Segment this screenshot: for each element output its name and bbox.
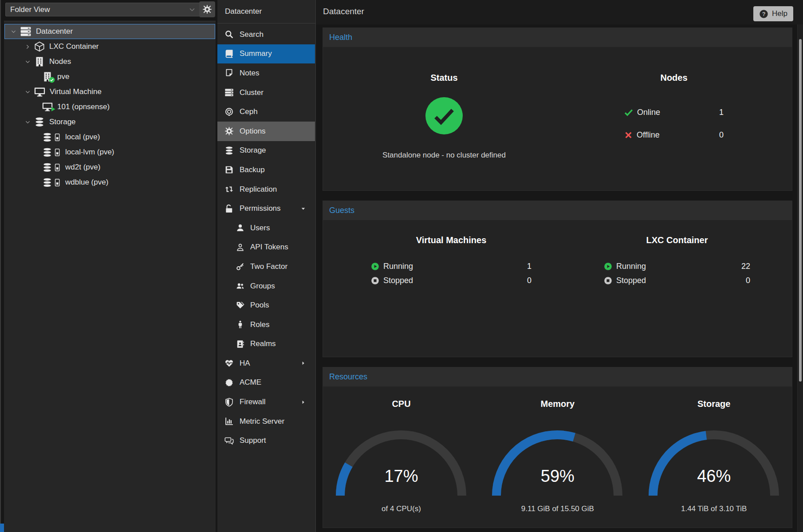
menu-item-roles[interactable]: Roles [217,315,315,335]
tree-settings-button[interactable] [199,1,215,17]
menu-item-label: Realms [250,339,276,348]
menu-item-summary[interactable]: Summary [217,44,315,64]
menu-item-storage[interactable]: Storage [217,141,315,161]
tree-item-pve[interactable]: pve [4,69,215,84]
menu-item-search[interactable]: Search [217,25,315,44]
menu-item-metric-server[interactable]: Metric Server [217,412,315,431]
tree-item-label: LXC Container [49,42,99,51]
lxc-container-heading: LXC Container [604,235,750,245]
tree-item-label: pve [57,72,69,81]
tree-item-lxc-container[interactable]: LXC Container [4,39,215,54]
status-heading: Status [323,73,565,83]
lxc-stopped-count: 0 [746,276,750,285]
menu-item-cluster[interactable]: Cluster [217,83,315,102]
vertical-scrollbar[interactable] [797,24,803,532]
chevron-down-icon [188,6,196,14]
usage-meter-icon [54,162,61,173]
menu-item-label: HA [240,359,250,368]
cluster-icon [224,88,234,97]
cpu-percent: 17% [323,467,480,486]
building-online-icon [42,71,53,82]
menu-item-label: API Tokens [250,243,288,252]
usage-meter-icon [54,132,61,142]
play-circle-icon [371,262,379,271]
tree-item-vm-101[interactable]: 101 (opnsense) [4,99,215,114]
menu-item-label: Notes [240,69,259,78]
menu-item-support[interactable]: Support [217,431,315,450]
gear-icon [202,4,212,14]
tree-item-storage-wdblue[interactable]: wdblue (pve) [4,175,215,190]
status-ok-icon [425,97,463,134]
menu-item-options[interactable]: Options [217,122,315,141]
desktop-icon [34,87,45,98]
page-title: Datacenter [323,7,364,16]
menu-item-two-factor[interactable]: Two Factor [217,257,315,276]
database-icon [224,146,234,155]
usage-meter-icon [54,177,61,188]
menu-item-ha[interactable]: HA [217,354,315,373]
cluster-status-message: Standalone node - no cluster defined [323,151,565,160]
menu-item-ceph[interactable]: Ceph [217,102,315,122]
menu-item-notes[interactable]: Notes [217,63,315,83]
book-icon [224,49,234,59]
user-outline-icon [236,243,244,252]
memory-gauge: Memory 59% 9.11 GiB of 15.50 GiB [479,386,635,528]
menu-item-label: ACME [240,378,261,387]
tree-item-datacenter[interactable]: Datacenter [4,24,215,39]
menu-item-label: Users [250,224,270,233]
menu-item-realms[interactable]: Realms [217,335,315,354]
help-button[interactable]: Help [753,6,793,21]
menu-item-label: Metric Server [240,417,284,426]
tree-item-virtual-machine[interactable]: Virtual Machine [4,84,215,99]
chevron-down-icon[interactable] [24,119,31,126]
menu-item-permissions[interactable]: Permissions [217,199,315,218]
tree-item-nodes[interactable]: Nodes [4,54,215,69]
tree-item-storage-local-lvm[interactable]: local-lvm (pve) [4,145,215,160]
tree-item-storage[interactable]: Storage [4,114,215,130]
caret-right-icon [300,360,306,366]
menu-item-replication[interactable]: Replication [217,180,315,199]
chevron-down-icon[interactable] [10,28,17,35]
cube-icon [34,41,45,52]
play-circle-icon [604,262,612,271]
tree-item-storage-wd2t[interactable]: wd2t (pve) [4,160,215,175]
lxc-stopped-row: Stopped 0 [604,274,750,287]
nodes-online-label: Online [637,108,660,117]
nodes-online-count: 1 [719,108,724,117]
storage-usage-icon [42,147,61,158]
menu-item-firewall[interactable]: Firewall [217,392,315,412]
menu-item-pools[interactable]: Pools [217,296,315,315]
tree-item-label: Nodes [49,57,71,66]
help-button-label: Help [772,9,787,18]
menu-item-api-tokens[interactable]: API Tokens [217,238,315,257]
guests-panel-title: Guests [323,201,792,220]
health-panel: Health Status Nodes Standalone node - no… [323,28,792,191]
tree-item-storage-local[interactable]: local (pve) [4,130,215,145]
menu-item-groups[interactable]: Groups [217,276,315,296]
gauge-arc [647,429,780,500]
datacenter-menu: Datacenter Search Summary Notes Cluster … [217,0,316,532]
tree-item-label: wd2t (pve) [65,163,100,172]
users-icon [236,282,244,290]
storage-sub-label: 1.44 TiB of 3.10 TiB [636,504,792,513]
menu-item-label: Support [240,436,266,445]
chevron-down-icon[interactable] [24,59,31,65]
nodes-offline-row: Offline 0 [624,129,724,141]
menu-item-users[interactable]: Users [217,218,315,238]
scrollbar-thumb[interactable] [799,39,802,382]
chevron-down-icon[interactable] [24,89,31,95]
desktop-running-icon [42,102,53,112]
menu-item-label: Options [240,127,266,136]
shield-icon [224,398,234,407]
play-badge-icon [51,106,56,112]
menu-item-label: Storage [240,146,266,155]
address-book-icon [236,340,244,348]
chevron-right-icon[interactable] [24,43,31,50]
view-mode-select[interactable]: Folder View [5,3,201,16]
memory-percent: 59% [479,467,636,486]
menu-item-acme[interactable]: ACME [217,373,315,393]
ceph-icon [224,107,234,117]
lxc-stopped-label: Stopped [616,276,646,285]
menu-item-backup[interactable]: Backup [217,160,315,180]
resources-panel: Resources CPU 17% of 4 CPU(s) Memory 59%… [323,367,792,528]
